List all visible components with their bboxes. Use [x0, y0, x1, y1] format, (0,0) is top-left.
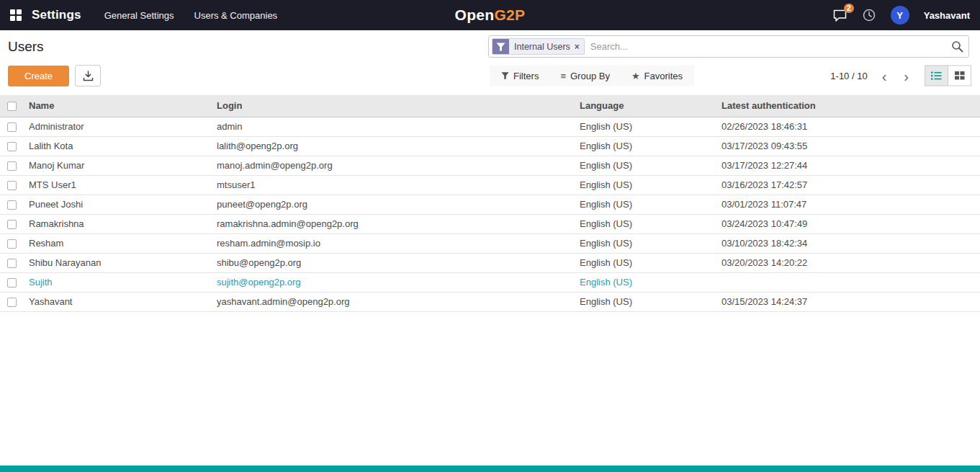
menu-users-companies[interactable]: Users & Companies	[194, 10, 278, 21]
cell-login[interactable]: lalith@openg2p.org	[212, 136, 575, 156]
search-submit-button[interactable]	[945, 40, 968, 53]
pager-range[interactable]: 1-10 / 10	[830, 71, 867, 81]
cell-login[interactable]: shibu@openg2p.org	[212, 253, 575, 272]
cell-language[interactable]: English (US)	[575, 136, 717, 156]
search-bar[interactable]: Internal Users ×	[488, 35, 969, 58]
table-row[interactable]: Puneet Joshi puneet@openg2p.org English …	[0, 195, 980, 214]
table-row[interactable]: Manoj Kumar manoj.admin@openg2p.org Engl…	[0, 156, 980, 175]
cell-login[interactable]: admin	[212, 117, 575, 136]
cell-latest-authentication[interactable]: 03/17/2023 12:27:44	[717, 156, 980, 175]
row-checkbox-cell	[0, 195, 24, 214]
cell-latest-authentication[interactable]: 03/10/2023 18:42:34	[717, 233, 980, 253]
row-checkbox-cell	[0, 253, 24, 272]
list-view-button[interactable]	[925, 66, 948, 86]
table-row[interactable]: Yashavant yashavant.admin@openg2p.org En…	[0, 292, 980, 311]
cell-latest-authentication[interactable]: 03/15/2023 14:24:37	[717, 292, 980, 311]
table-row[interactable]: Shibu Narayanan shibu@openg2p.org Englis…	[0, 253, 980, 272]
row-checkbox-cell	[0, 233, 24, 253]
cell-login[interactable]: manoj.admin@openg2p.org	[212, 156, 575, 175]
cell-language[interactable]: English (US)	[575, 195, 717, 214]
select-all-checkbox[interactable]	[7, 102, 17, 111]
column-header-name[interactable]: Name	[24, 95, 212, 117]
row-checkbox[interactable]	[7, 123, 17, 132]
search-facet: Internal Users ×	[492, 38, 585, 55]
user-avatar[interactable]: Y	[891, 6, 909, 25]
cell-login[interactable]: yashavant.admin@openg2p.org	[212, 292, 575, 311]
table-row[interactable]: Lalith Kota lalith@openg2p.org English (…	[0, 136, 980, 156]
row-checkbox[interactable]	[7, 298, 17, 307]
facet-remove-icon[interactable]: ×	[573, 39, 584, 54]
breadcrumb-title: Users	[8, 39, 44, 55]
table-row[interactable]: Ramakrishna ramakrishna.admin@openg2p.or…	[0, 214, 980, 233]
pager-prev-icon[interactable]: ‹	[882, 68, 887, 83]
cell-latest-authentication[interactable]: 03/01/2023 11:07:47	[717, 195, 980, 214]
cell-language[interactable]: English (US)	[575, 117, 717, 136]
cell-latest-authentication[interactable]	[717, 272, 980, 292]
column-header-login[interactable]: Login	[212, 95, 575, 117]
cell-latest-authentication[interactable]: 03/20/2023 14:20:22	[717, 253, 980, 272]
cell-latest-authentication[interactable]: 03/16/2023 17:42:57	[717, 175, 980, 195]
cell-language[interactable]: English (US)	[575, 214, 717, 233]
row-checkbox[interactable]	[7, 200, 17, 210]
row-checkbox-cell	[0, 292, 24, 311]
activities-icon[interactable]	[862, 8, 876, 22]
cell-language[interactable]: English (US)	[575, 253, 717, 272]
row-checkbox[interactable]	[7, 220, 17, 229]
row-checkbox[interactable]	[7, 142, 17, 151]
cell-name[interactable]: Resham	[24, 233, 212, 253]
column-header-language[interactable]: Language	[575, 95, 717, 117]
table-header-row: Name Login Language Latest authenticatio…	[0, 95, 980, 117]
create-button[interactable]: Create	[8, 66, 69, 86]
cell-name[interactable]: MTS User1	[24, 175, 212, 195]
row-checkbox[interactable]	[7, 278, 17, 288]
row-checkbox[interactable]	[7, 239, 17, 249]
cell-login[interactable]: ramakrishna.admin@openg2p.org	[212, 214, 575, 233]
pager-next-icon[interactable]: ›	[904, 68, 909, 83]
cell-name[interactable]: Sujith	[24, 272, 212, 292]
list-view-icon	[931, 71, 942, 81]
user-menu[interactable]: Yashavant	[924, 10, 970, 21]
cell-language[interactable]: English (US)	[575, 272, 717, 292]
cell-login[interactable]: puneet@openg2p.org	[212, 195, 575, 214]
favorites-button[interactable]: ★ Favorites	[631, 71, 683, 81]
cell-language[interactable]: English (US)	[575, 175, 717, 195]
search-input[interactable]	[585, 41, 945, 52]
cell-language[interactable]: English (US)	[575, 233, 717, 253]
cell-name[interactable]: Puneet Joshi	[24, 195, 212, 214]
filters-button[interactable]: Filters	[501, 71, 539, 81]
filters-label: Filters	[513, 71, 539, 81]
cell-name[interactable]: Administrator	[24, 117, 212, 136]
messages-icon[interactable]: 2	[832, 9, 848, 22]
cell-language[interactable]: English (US)	[575, 156, 717, 175]
cell-language[interactable]: English (US)	[575, 292, 717, 311]
search-options: Filters ≡ Group By ★ Favorites	[490, 66, 694, 86]
cell-name[interactable]: Shibu Narayanan	[24, 253, 212, 272]
table-row[interactable]: Resham resham.admin@mosip.io English (US…	[0, 233, 980, 253]
cell-name[interactable]: Manoj Kumar	[24, 156, 212, 175]
row-checkbox-cell	[0, 175, 24, 195]
table-body: Administrator admin English (US) 02/26/2…	[0, 117, 980, 311]
table-row[interactable]: Administrator admin English (US) 02/26/2…	[0, 117, 980, 136]
apps-menu-icon[interactable]	[10, 9, 22, 21]
cell-login[interactable]: mtsuser1	[212, 175, 575, 195]
users-table: Name Login Language Latest authenticatio…	[0, 95, 980, 312]
cell-login[interactable]: sujith@openg2p.org	[212, 272, 575, 292]
cell-latest-authentication[interactable]: 03/17/2023 09:43:55	[717, 136, 980, 156]
menu-general-settings[interactable]: General Settings	[104, 10, 174, 21]
table-row[interactable]: MTS User1 mtsuser1 English (US) 03/16/20…	[0, 175, 980, 195]
kanban-view-button[interactable]	[948, 66, 971, 86]
cell-name[interactable]: Yashavant	[24, 292, 212, 311]
app-name[interactable]: Settings	[32, 8, 81, 22]
cell-latest-authentication[interactable]: 02/26/2023 18:46:31	[717, 117, 980, 136]
cell-name[interactable]: Ramakrishna	[24, 214, 212, 233]
cell-login[interactable]: resham.admin@mosip.io	[212, 233, 575, 253]
row-checkbox[interactable]	[7, 259, 17, 268]
cell-name[interactable]: Lalith Kota	[24, 136, 212, 156]
table-row[interactable]: Sujith sujith@openg2p.org English (US)	[0, 272, 980, 292]
row-checkbox[interactable]	[7, 161, 17, 171]
export-button[interactable]	[75, 65, 101, 86]
column-header-latest-authentication[interactable]: Latest authentication	[717, 95, 980, 117]
row-checkbox[interactable]	[7, 181, 17, 190]
cell-latest-authentication[interactable]: 03/24/2023 10:47:49	[717, 214, 980, 233]
group-by-button[interactable]: ≡ Group By	[560, 71, 610, 81]
